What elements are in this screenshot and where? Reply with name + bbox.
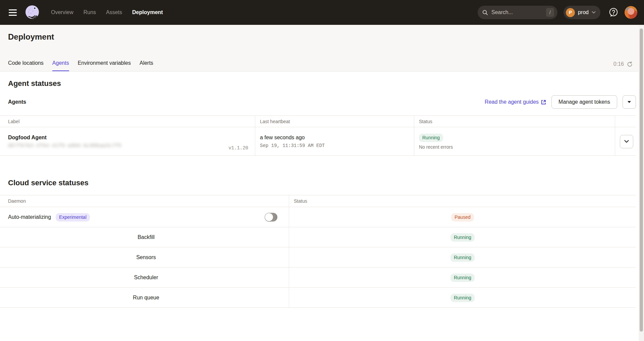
status-badge: Running (450, 294, 475, 302)
scrollbar-thumb[interactable] (640, 29, 643, 332)
chevron-down-icon (624, 140, 629, 143)
deployment-name: prod (578, 9, 589, 15)
cloud-table-header: Daemon Status (0, 195, 636, 207)
search-bar[interactable]: / (478, 6, 557, 19)
agents-controls-row: Agents Read the agent guides Manage agen… (0, 95, 644, 109)
agent-row: Dogfood Agent d67f97b3-2f64-41f9-a9b6-bc… (0, 127, 636, 156)
column-header-status: Status (414, 116, 615, 127)
tab-alerts[interactable]: Alerts (140, 57, 153, 71)
heartbeat-timestamp: Sep 19, 11:31:59 AM EDT (260, 143, 409, 148)
toggle-knob (265, 213, 273, 221)
refresh-indicator: 0:16 (613, 61, 633, 67)
daemon-cell: Auto-materializing Experimental (0, 207, 289, 227)
page-header: Deployment Code locations Agents Environ… (0, 25, 644, 71)
search-icon (482, 10, 488, 15)
daemon-name: Sensors (136, 254, 156, 260)
nav-item-overview[interactable]: Overview (51, 9, 73, 15)
deployment-initial-badge: P (566, 8, 575, 17)
tab-code-locations[interactable]: Code locations (8, 57, 44, 71)
search-shortcut-key: / (546, 8, 554, 17)
column-header-actions (615, 116, 636, 127)
agent-guides-link[interactable]: Read the agent guides (485, 99, 546, 105)
daemon-name: Scheduler (134, 275, 158, 281)
agent-guides-link-label: Read the agent guides (485, 99, 539, 105)
refresh-countdown: 0:16 (613, 61, 624, 67)
heartbeat-relative: a few seconds ago (260, 135, 409, 141)
daemon-status-cell: Running (289, 288, 636, 307)
cloud-service-statuses-heading: Cloud service statuses (0, 179, 644, 187)
status-badge: Running (419, 134, 443, 142)
agents-actions: Read the agent guides Manage agent token… (485, 95, 636, 109)
daemon-cell: Scheduler (0, 267, 289, 287)
status-note: No recent errors (419, 144, 610, 150)
manage-agent-tokens-button[interactable]: Manage agent tokens (551, 95, 617, 109)
experimental-badge: Experimental (56, 213, 90, 222)
search-input[interactable] (491, 9, 543, 15)
agent-statuses-heading: Agent statuses (0, 79, 644, 88)
column-header-status: Status (289, 195, 636, 207)
top-navigation: Overview Runs Assets Deployment / P prod (0, 0, 644, 25)
daemon-status-cell: Paused (289, 207, 636, 227)
nav-item-assets[interactable]: Assets (106, 9, 122, 15)
help-icon[interactable] (608, 7, 619, 17)
daemon-name: Run queue (133, 295, 159, 301)
external-link-icon (541, 100, 546, 105)
status-badge: Running (450, 233, 475, 242)
daemon-name: Auto-materializing (8, 214, 51, 220)
nav-right-cluster: / P prod (478, 6, 637, 19)
daemon-status-cell: Running (289, 227, 636, 247)
agents-subheading: Agents (8, 99, 26, 105)
status-badge: Paused (451, 213, 474, 222)
agent-name: Dogfood Agent (8, 135, 250, 141)
daemon-row-run-queue: Run queue Running (0, 288, 636, 308)
dagster-logo-icon[interactable] (24, 4, 40, 20)
nav-item-deployment[interactable]: Deployment (132, 9, 163, 15)
agents-more-actions-button[interactable] (623, 95, 636, 109)
caret-down-icon (628, 101, 631, 103)
status-badge: Running (450, 274, 475, 282)
daemon-name: Backfill (138, 234, 155, 240)
daemon-row-sensors: Sensors Running (0, 247, 636, 267)
daemon-cell: Run queue (0, 288, 289, 307)
agents-table-header: Label Last heartbeat Status (0, 116, 636, 127)
daemon-cell: Backfill (0, 227, 289, 247)
daemon-row-auto-materializing: Auto-materializing Experimental Paused (0, 207, 636, 227)
tab-agents[interactable]: Agents (52, 57, 69, 71)
agent-status-cell: Running No recent errors (414, 127, 615, 155)
nav-item-runs[interactable]: Runs (84, 9, 96, 15)
daemon-status-cell: Running (289, 247, 636, 267)
vertical-scrollbar[interactable] (639, 25, 644, 341)
auto-materializing-toggle[interactable] (265, 213, 277, 222)
column-header-label: Label (0, 116, 255, 127)
daemon-row-scheduler: Scheduler Running (0, 267, 636, 288)
tab-environment-variables[interactable]: Environment variables (78, 57, 131, 71)
deployment-switcher[interactable]: P prod (564, 6, 600, 19)
page-title: Deployment (8, 32, 636, 42)
main-content: Agent statuses Agents Read the agent gui… (0, 79, 644, 308)
daemon-cell: Sensors (0, 247, 289, 267)
primary-nav-links: Overview Runs Assets Deployment (51, 9, 163, 15)
status-badge: Running (450, 253, 475, 262)
agent-actions-cell (615, 127, 638, 155)
refresh-icon[interactable] (627, 61, 633, 67)
chevron-down-icon (592, 11, 596, 14)
agents-table: Label Last heartbeat Status Dogfood Agen… (0, 115, 636, 156)
daemon-row-backfill: Backfill Running (0, 227, 636, 247)
deployment-tabs: Code locations Agents Environment variab… (8, 57, 153, 71)
agent-heartbeat-cell: a few seconds ago Sep 19, 11:31:59 AM ED… (255, 127, 414, 155)
column-header-last-heartbeat: Last heartbeat (255, 116, 414, 127)
daemon-status-cell: Running (289, 267, 636, 287)
agent-version: v1.1.20 (228, 145, 248, 151)
expand-agent-row-button[interactable] (620, 135, 633, 148)
column-header-daemon: Daemon (0, 195, 289, 207)
cloud-services-table: Daemon Status Auto-materializing Experim… (0, 195, 636, 308)
menu-icon[interactable] (6, 6, 19, 19)
agent-id-redacted: d67f97b3-2f64-41f9-a9b6-bc90baa3c7f5 (8, 143, 250, 148)
agent-label-cell: Dogfood Agent d67f97b3-2f64-41f9-a9b6-bc… (0, 127, 255, 155)
user-avatar[interactable] (625, 6, 637, 19)
